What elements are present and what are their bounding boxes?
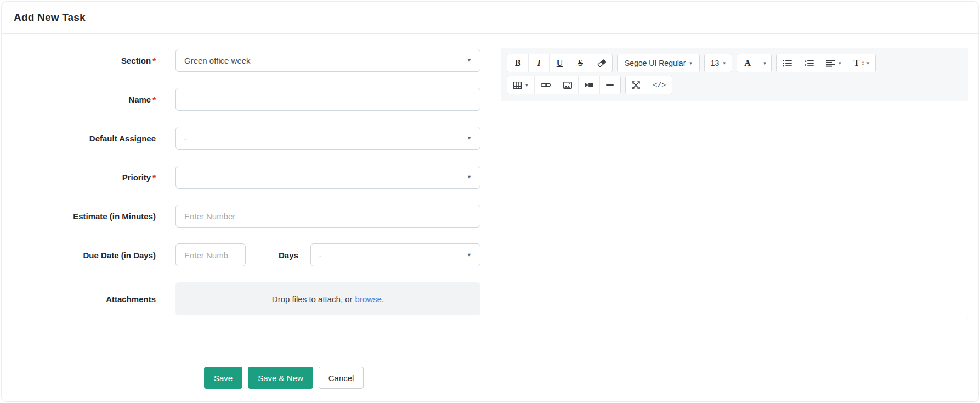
editor-toolbar: B I U S (501, 48, 968, 101)
days-select-value: - (319, 251, 322, 260)
cancel-button[interactable]: Cancel (319, 367, 364, 389)
table-icon (513, 82, 522, 89)
days-label: Days (279, 251, 298, 260)
italic-button[interactable]: I (528, 54, 549, 72)
page-title: Add New Task (14, 12, 86, 24)
toolbar-row-2: ▾ (507, 76, 962, 94)
paragraph-align-button[interactable]: ▾ (820, 54, 847, 72)
toolbar-row-1: B I U S (507, 54, 962, 72)
line-height-button[interactable]: T ↕ ▾ (847, 54, 875, 72)
estimate-row: Estimate (in Minutes) (2, 205, 490, 228)
panel-body: Section* Green office week ▼ Name* Defau… (2, 34, 978, 356)
fullscreen-button[interactable] (626, 76, 647, 94)
font-name-group: Segoe UI Regular ▾ (617, 54, 700, 72)
dropzone-text-suffix: . (382, 294, 384, 304)
strikethrough-icon: S (578, 58, 583, 68)
caret-down-icon: ▼ (467, 175, 472, 180)
ordered-list-button[interactable]: 12 (798, 54, 820, 72)
default-assignee-select-value: - (184, 134, 187, 143)
insert-image-button[interactable] (557, 76, 578, 94)
required-asterisk: * (152, 173, 156, 182)
section-select-value: Green office week (184, 56, 251, 65)
section-select[interactable]: Green office week ▼ (175, 49, 480, 72)
link-icon (541, 82, 551, 88)
caret-down-icon: ▾ (689, 61, 692, 66)
bold-icon: B (515, 58, 521, 68)
section-row: Section* Green office week ▼ (2, 49, 490, 72)
updown-arrow-icon: ↕ (861, 59, 864, 67)
name-row: Name* (2, 88, 490, 111)
due-date-label: Due Date (in Days) (2, 251, 156, 260)
italic-icon: I (537, 58, 540, 68)
priority-row: Priority* ▼ (2, 166, 490, 189)
horizontal-rule-icon (606, 84, 614, 86)
default-assignee-select[interactable]: - ▼ (175, 127, 480, 150)
caret-down-icon: ▼ (467, 136, 472, 141)
paragraph-button-group: 12 ▾ T ↕ ▾ (776, 54, 876, 72)
attachments-label: Attachments (2, 294, 156, 304)
insert-link-button[interactable] (534, 76, 557, 94)
horizontal-rule-button[interactable] (599, 76, 620, 94)
estimate-label: Estimate (in Minutes) (2, 212, 156, 221)
underline-icon: U (557, 58, 563, 68)
required-asterisk: * (152, 95, 156, 104)
bold-button[interactable]: B (507, 54, 528, 72)
caret-down-icon: ▾ (763, 61, 766, 66)
font-name-button[interactable]: Segoe UI Regular ▾ (618, 54, 699, 72)
description-editor: B I U S (501, 48, 968, 319)
insert-button-group: ▾ (507, 76, 621, 94)
required-asterisk: * (152, 56, 156, 65)
code-view-button[interactable]: </> (647, 76, 672, 94)
font-size-group: 13 ▾ (704, 54, 732, 72)
font-color-caret-button[interactable]: ▾ (758, 54, 771, 72)
ordered-list-icon: 12 (805, 59, 814, 67)
default-assignee-row: Default Assignee - ▼ (2, 127, 490, 150)
svg-text:1: 1 (805, 59, 807, 63)
font-color-group: A ▾ (737, 54, 772, 72)
due-date-row: Due Date (in Days) Days - ▼ (2, 243, 490, 266)
line-height-icon: T (853, 58, 859, 68)
view-button-group: </> (625, 76, 672, 94)
browse-link[interactable]: browse (355, 294, 382, 304)
font-size-button[interactable]: 13 ▾ (705, 54, 732, 72)
save-and-new-button[interactable]: Save & New (248, 367, 313, 389)
underline-button[interactable]: U (549, 54, 570, 72)
due-date-input[interactable] (175, 243, 246, 266)
caret-down-icon: ▾ (839, 61, 841, 66)
font-color-button[interactable]: A (737, 54, 758, 72)
eraser-icon (597, 59, 606, 67)
section-label: Section* (2, 56, 156, 65)
insert-video-button[interactable] (578, 76, 599, 94)
add-task-panel: Add New Task Section* Green office week … (1, 1, 979, 402)
image-icon (563, 82, 572, 89)
default-assignee-label: Default Assignee (2, 134, 156, 143)
panel-header: Add New Task (2, 2, 978, 34)
clear-format-button[interactable] (591, 54, 612, 72)
priority-select[interactable]: ▼ (175, 166, 480, 189)
name-input[interactable] (175, 88, 480, 111)
fullscreen-icon (632, 81, 640, 89)
video-icon (585, 82, 593, 88)
unordered-list-icon (783, 59, 792, 67)
code-view-icon: </> (653, 81, 666, 89)
estimate-input[interactable] (175, 205, 480, 228)
unordered-list-button[interactable] (777, 54, 798, 72)
save-button[interactable]: Save (204, 367, 242, 389)
caret-down-icon: ▾ (866, 61, 869, 66)
editor-content-area[interactable] (501, 101, 968, 320)
task-form: Section* Green office week ▼ Name* Defau… (2, 34, 490, 331)
caret-down-icon: ▼ (467, 253, 472, 258)
days-select[interactable]: - ▼ (310, 243, 480, 266)
svg-text:2: 2 (805, 64, 807, 67)
priority-label: Priority* (2, 173, 156, 182)
caret-down-icon: ▾ (525, 83, 528, 88)
caret-down-icon: ▼ (467, 58, 472, 63)
paragraph-align-icon (826, 60, 835, 67)
strikethrough-button[interactable]: S (570, 54, 591, 72)
panel-footer: Save Save & New Cancel (2, 354, 978, 401)
style-button-group: B I U S (507, 54, 613, 72)
caret-down-icon: ▾ (723, 61, 726, 66)
dropzone-text: Drop files to attach, or (272, 294, 353, 304)
file-dropzone[interactable]: Drop files to attach, or browse . (175, 282, 480, 315)
insert-table-button[interactable]: ▾ (507, 76, 534, 94)
